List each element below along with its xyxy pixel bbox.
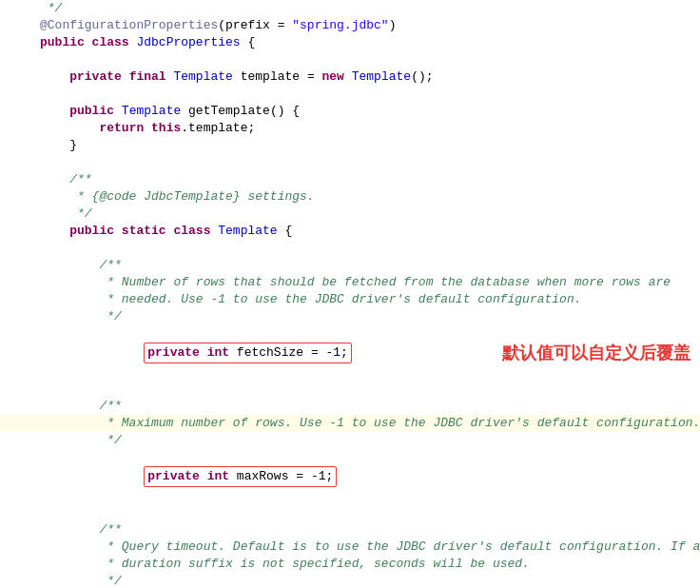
fetch-size-box: private int fetchSize = -1;: [144, 343, 352, 363]
line-content: * Query timeout. Default is to use the J…: [36, 539, 700, 556]
code-line: * duration suffix is not specified, seco…: [0, 556, 700, 573]
code-line: [0, 240, 700, 257]
code-line: /**: [0, 257, 700, 274]
line-content: /**: [36, 171, 700, 188]
line-content: */: [36, 432, 700, 449]
line-content: */: [36, 573, 700, 588]
code-line: /**: [0, 521, 700, 539]
max-rows-box: private int maxRows = -1;: [144, 466, 337, 487]
code-line: /**: [0, 398, 700, 415]
line-content: * Number of rows that should be fetched …: [36, 274, 700, 291]
code-line: @ConfigurationProperties(prefix = "sprin…: [0, 17, 700, 34]
line-content: [36, 154, 700, 171]
line-content: * duration suffix is not specified, seco…: [36, 556, 700, 573]
code-line: [0, 381, 700, 398]
line-content: /**: [36, 521, 700, 539]
code-line: [0, 154, 700, 171]
code-line: [0, 504, 700, 521]
code-line: */: [0, 0, 700, 17]
line-content: */: [36, 0, 700, 17]
code-line: /**: [0, 171, 700, 188]
fetch-size-line: private int fetchSize = -1; 默认值可以自定义后覆盖: [0, 325, 700, 381]
line-content: [36, 86, 700, 103]
line-content: */: [36, 308, 700, 325]
line-content: [36, 381, 700, 398]
line-content: private int maxRows = -1;: [36, 449, 700, 504]
line-content: public class JdbcProperties {: [36, 34, 700, 51]
code-line: * Number of rows that should be fetched …: [0, 274, 700, 291]
line-content: [36, 504, 700, 521]
line-content: /**: [36, 257, 700, 274]
line-content: @ConfigurationProperties(prefix = "sprin…: [36, 17, 700, 34]
code-line: */: [0, 308, 700, 325]
line-content: [36, 240, 700, 257]
line-content: */: [36, 206, 700, 223]
code-line: public static class Template {: [0, 223, 700, 240]
line-content: /**: [36, 398, 700, 415]
line-content: * needed. Use -1 to use the JDBC driver'…: [36, 291, 700, 308]
line-content: [36, 51, 700, 69]
line-content: private final Template template = new Te…: [36, 69, 700, 86]
line-content: }: [36, 137, 700, 154]
code-line: * needed. Use -1 to use the JDBC driver'…: [0, 291, 700, 308]
code-editor: */ @ConfigurationProperties(prefix = "sp…: [0, 0, 700, 588]
code-line: [0, 51, 700, 69]
line-content: public static class Template {: [36, 223, 700, 240]
code-line: * {@code JdbcTemplate} settings.: [0, 188, 700, 206]
line-content: public Template getTemplate() {: [36, 103, 700, 120]
code-line: */: [0, 206, 700, 223]
code-line: }: [0, 137, 700, 154]
code-line: [0, 86, 700, 103]
code-line: */: [0, 573, 700, 588]
line-content: * {@code JdbcTemplate} settings.: [36, 188, 700, 206]
code-line: return this.template;: [0, 120, 700, 137]
line-content: return this.template;: [36, 120, 700, 137]
code-line: public class JdbcProperties {: [0, 34, 700, 51]
max-rows-line: private int maxRows = -1;: [0, 449, 700, 504]
code-line-highlighted: * Maximum number of rows. Use -1 to use …: [0, 415, 700, 432]
code-line: */: [0, 432, 700, 449]
code-line: * Query timeout. Default is to use the J…: [0, 539, 700, 556]
code-line: private final Template template = new Te…: [0, 69, 700, 86]
line-content: * Maximum number of rows. Use -1 to use …: [36, 415, 700, 432]
chinese-annotation: 默认值可以自定义后覆盖: [502, 342, 690, 364]
code-line: public Template getTemplate() {: [0, 103, 700, 120]
